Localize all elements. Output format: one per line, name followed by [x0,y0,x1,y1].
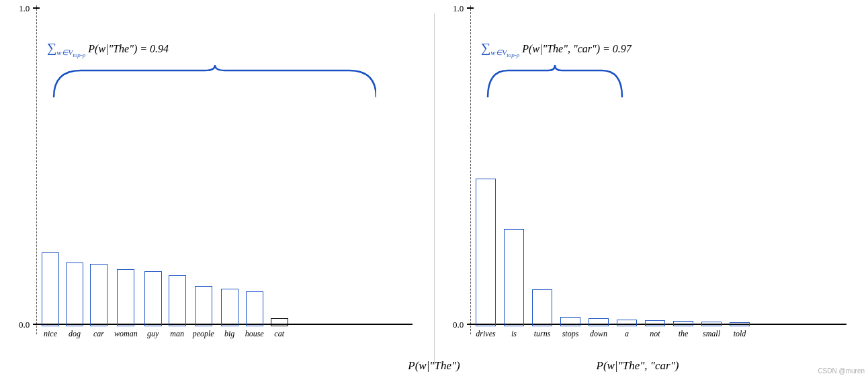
y-axis-right [470,5,471,334]
bar-down-rect [589,318,609,326]
bar-turns-rect [532,289,552,326]
left-bars: nice dog car woman guy [39,252,291,339]
bar-dog-rect [66,263,83,326]
bar-cat-label: cat [274,329,284,339]
bar-down-label: down [590,329,607,339]
bar-the-rect [673,321,693,326]
bar-stops: stops [560,317,580,339]
tick-top-left [33,7,40,9]
bar-nice: nice [42,252,59,339]
bar-man-rect [169,275,186,326]
watermark: CSDN @muren [818,367,865,375]
tick-top-right [467,7,474,9]
right-bottom-label: P(w|"The", "car") [434,359,841,373]
bar-house-rect [246,291,263,326]
bar-car: car [90,264,107,339]
y-bottom-label-left: 0.0 [19,320,30,330]
bar-told-label: told [734,329,746,339]
bar-big-label: big [224,329,234,339]
right-brace [481,64,629,101]
bar-car-label: car [93,329,104,339]
bar-told-rect [730,322,750,326]
bar-a-rect [617,320,637,326]
bar-a-label: a [625,329,629,339]
bar-drives-label: drives [476,329,495,339]
bar-the-label: the [679,329,689,339]
right-chart-panel: 1.0 0.0 ∑w∈Vtop-p P(w|"The", "car") = 0.… [434,0,868,378]
bar-is-label: is [511,329,517,339]
bar-dog: dog [66,263,83,339]
bar-turns: turns [532,289,552,339]
bar-woman-rect [117,269,134,326]
left-brace [47,64,376,101]
bar-people-label: people [193,329,214,339]
y-axis-left [36,5,37,334]
left-formula: ∑w∈Vtop-p P(w|"The") = 0.94 [47,40,169,58]
bar-dog-label: dog [69,329,81,339]
bar-cat-rect [271,318,288,326]
y-top-label-left: 1.0 [19,3,30,14]
bar-the: the [673,321,693,339]
bar-big: big [221,289,238,339]
bar-turns-label: turns [534,329,551,339]
y-bottom-label-right: 0.0 [453,320,464,330]
bar-people-rect [195,286,212,326]
right-bars: drives is turns stops down [473,179,752,339]
bar-man-label: man [170,329,184,339]
bar-not: not [645,320,665,339]
bar-woman: woman [114,269,138,339]
bar-man: man [169,275,186,339]
bar-nice-rect [42,252,59,326]
bar-a: a [617,320,637,339]
bar-not-rect [645,320,665,326]
bar-house: house [245,291,264,339]
bar-told: told [730,322,750,339]
bar-is: is [504,229,524,339]
bar-not-label: not [650,329,660,339]
bar-guy-label: guy [147,329,159,339]
bar-guy: guy [144,271,162,339]
bar-is-rect [504,229,524,326]
bar-drives-rect [476,179,496,326]
bar-small-label: small [703,329,720,339]
bar-car-rect [90,264,107,326]
bar-drives: drives [476,179,496,339]
bar-stops-label: stops [562,329,579,339]
chart-container: 1.0 0.0 ∑w∈Vtop-p P(w|"The") = 0.94 nice… [0,0,868,378]
bar-people: people [193,286,214,339]
bar-nice-label: nice [44,329,57,339]
bar-woman-label: woman [114,329,138,339]
bar-guy-rect [144,271,162,326]
bar-down: down [589,318,609,339]
bar-small: small [701,322,722,339]
bar-small-rect [701,322,722,326]
right-formula: ∑w∈Vtop-p P(w|"The", "car") = 0.97 [481,40,632,58]
bar-house-label: house [245,329,264,339]
bar-stops-rect [560,317,580,326]
y-top-label-right: 1.0 [453,3,464,14]
bar-cat: cat [271,318,288,339]
bar-big-rect [221,289,238,326]
